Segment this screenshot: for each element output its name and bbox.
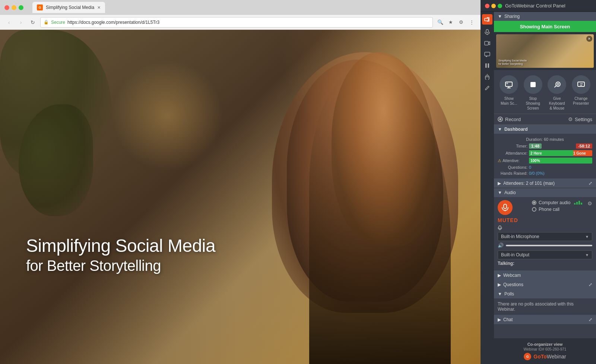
minimize-button[interactable] (12, 5, 16, 10)
attendees-section: ▶ Attendees: 2 of 101 (max) ⤢ (494, 178, 596, 188)
polls-chevron: ▼ (498, 291, 502, 297)
questions-popout-icon: ⤢ (589, 282, 592, 287)
svg-rect-16 (504, 204, 507, 209)
svg-point-13 (557, 83, 559, 85)
sidebar-hand-icon[interactable] (482, 72, 492, 82)
tab-close-icon[interactable]: ✕ (97, 5, 101, 10)
audio-gear-icon: ⚙ (587, 200, 592, 206)
warning-icon: ⚠ (498, 158, 501, 163)
output-dropdown[interactable]: Built-in Output ▼ (498, 250, 592, 259)
mic-dropdown[interactable]: Built-in Microphone ▼ (498, 232, 592, 241)
sidebar-video-icon[interactable] (482, 38, 492, 48)
output-dropdown-arrow: ▼ (585, 253, 589, 257)
stop-showing-icon (524, 75, 542, 94)
close-button[interactable] (4, 5, 9, 10)
show-main-button[interactable]: ShowMain Sc... (498, 75, 520, 111)
gotow-webinar: Webinar (547, 354, 566, 360)
audio-content: Computer audio (494, 197, 596, 270)
timer-row: Timer: 1:48 -58:12 (498, 143, 592, 149)
duration-row: Duration: 60 minutes (498, 136, 592, 143)
svg-rect-3 (485, 41, 488, 45)
volume-slider[interactable] (506, 245, 592, 246)
sidebar-mic-icon[interactable] (482, 27, 492, 37)
showing-screen-text: Showing Main Screen (520, 24, 570, 29)
computer-audio-radio[interactable] (532, 200, 536, 205)
output-dropdown-row: Built-in Output ▼ (498, 250, 592, 259)
sharing-section-header[interactable]: ▼ Sharing (494, 12, 596, 21)
audio-label: Audio (504, 190, 516, 195)
mic-dropdown-row: Built-in Microphone ▼ (498, 225, 592, 241)
sidebar-edit-icon[interactable] (482, 83, 492, 93)
questions-header[interactable]: ▶ Questions ⤢ (494, 280, 596, 289)
back-button[interactable]: ‹ (4, 18, 13, 27)
attendees-header[interactable]: ▶ Attendees: 2 of 101 (max) ⤢ (494, 179, 596, 188)
sidebar-share-icon[interactable] (482, 14, 492, 25)
give-keyboard-button[interactable]: GiveKeyboard& Mouse (546, 75, 568, 111)
svg-rect-15 (578, 82, 584, 86)
audio-options: Computer audio (532, 200, 582, 212)
chat-header[interactable]: ▶ Chat ⤢ (494, 315, 596, 324)
dashboard-header[interactable]: ▼ Dashboard (494, 125, 596, 134)
cp-main-content: ▼ Sharing Showing Main Screen Simplifyin… (494, 12, 596, 364)
record-button[interactable]: Record (498, 117, 521, 122)
chat-section: ▶ Chat ⤢ (494, 315, 596, 324)
record-dot-inner (499, 118, 501, 120)
search-icon[interactable]: 🔍 (436, 18, 445, 27)
sidebar-pause-icon[interactable] (482, 60, 492, 71)
audio-settings-icon[interactable]: ⚙ (587, 200, 592, 207)
questions-expand-icon: ▶ (498, 282, 501, 287)
phone-call-radio[interactable] (532, 207, 536, 212)
browser-tab[interactable]: G Simplifying Social Media ✕ (32, 2, 105, 13)
presentation-title-line1: Simplifying Social Media (26, 235, 215, 257)
maximize-button[interactable] (19, 5, 23, 10)
preview-close-button[interactable]: ✕ (586, 36, 592, 42)
phone-call-option[interactable]: Phone call (532, 207, 582, 212)
refresh-button[interactable]: ↻ (28, 18, 37, 27)
settings-icon[interactable]: ⚙ (457, 18, 466, 27)
presentation-text: Simplifying Social Media for Better Stor… (26, 235, 215, 275)
forward-button[interactable]: › (16, 18, 25, 27)
timer-negative: -58:12 (576, 143, 592, 149)
audio-chevron: ▼ (498, 190, 502, 195)
webcam-expand-icon: ▶ (498, 273, 501, 278)
webcam-header[interactable]: ▶ Webcam (494, 271, 596, 280)
svg-rect-10 (506, 83, 508, 84)
hands-value: 0/0 (0%) (529, 171, 545, 175)
more-icon[interactable]: ⋮ (467, 18, 476, 27)
questions-row: Questions: 0 (498, 164, 592, 170)
bokeh-light (112, 60, 224, 171)
co-organizer-label: Co-organizer view (498, 342, 592, 346)
cp-icon-sidebar (481, 12, 494, 364)
give-keyboard-label: GiveKeyboard& Mouse (549, 96, 565, 111)
computer-audio-option[interactable]: Computer audio (532, 200, 582, 205)
bookmark-icon[interactable]: ★ (446, 18, 455, 27)
webcam-section: ▶ Webcam (494, 270, 596, 280)
control-buttons-row: ShowMain Sc... StopShowingScreen GiveKey… (494, 70, 596, 114)
stop-showing-button[interactable]: StopShowingScreen (522, 75, 544, 111)
svg-rect-0 (485, 18, 488, 21)
presentation-title-line2: for Better Storytelling (26, 257, 215, 275)
svg-rect-4 (485, 52, 490, 56)
cp-minimize-button[interactable] (491, 4, 496, 8)
polls-empty-message: There are no polls associated with this … (498, 301, 574, 312)
signal-bar-2 (576, 202, 578, 205)
timer-value: 1:48 (529, 143, 542, 149)
svg-rect-18 (499, 226, 501, 229)
mute-button[interactable] (498, 200, 513, 215)
cp-close-button[interactable] (485, 4, 489, 8)
output-dropdown-text: Built-in Output (501, 252, 585, 257)
change-presenter-button[interactable]: ChangePresenter (570, 75, 592, 111)
sidebar-chat-icon[interactable] (482, 49, 492, 60)
traffic-lights (4, 5, 23, 10)
cp-maximize-button[interactable] (498, 4, 502, 8)
address-bar[interactable]: 🔒 Secure https://docs.google.com/present… (40, 17, 433, 28)
change-presenter-label: ChangePresenter (573, 96, 589, 106)
attendees-expand-icon: ▶ (498, 181, 501, 186)
settings-button[interactable]: ⚙ Settings (568, 116, 592, 122)
audio-header[interactable]: ▼ Audio (494, 188, 596, 197)
gotow-logo-text: GoToWebinar (533, 354, 566, 360)
attentive-value: 100% (530, 159, 540, 163)
polls-header[interactable]: ▼ Polls (494, 289, 596, 298)
questions-label: Questions (503, 282, 523, 287)
phone-call-label: Phone call (539, 207, 559, 212)
